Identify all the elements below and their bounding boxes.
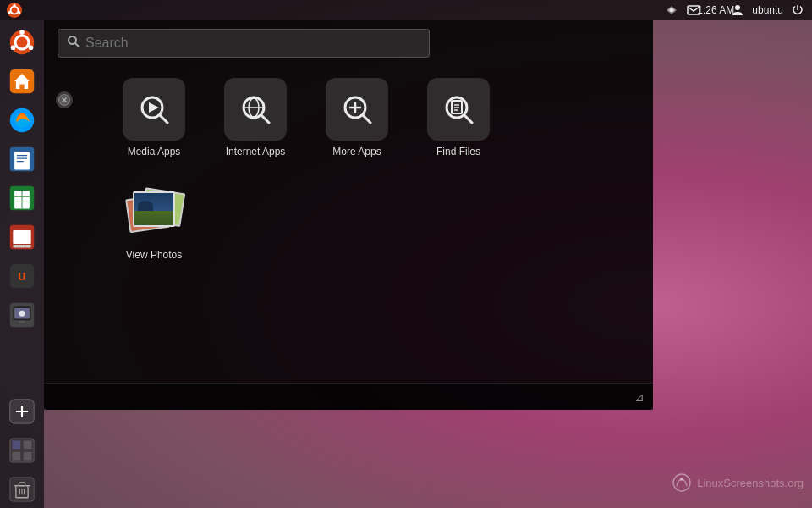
launcher-item-firefox[interactable] xyxy=(3,102,41,139)
launcher: u xyxy=(0,20,44,508)
more-apps-item[interactable]: More Apps xyxy=(315,78,399,157)
resize-handle-icon[interactable]: ⊿ xyxy=(634,390,645,404)
internet-apps-label: Internet Apps xyxy=(226,146,286,157)
svg-rect-17 xyxy=(14,152,30,169)
watermark-text: LinuxScreenshots.org xyxy=(697,477,804,489)
svg-point-76 xyxy=(680,478,683,481)
find-files-item[interactable]: Find Files xyxy=(416,78,501,157)
search-bar xyxy=(44,20,653,64)
internet-apps-item[interactable]: Internet Apps xyxy=(213,78,298,157)
svg-line-59 xyxy=(160,115,167,123)
svg-marker-60 xyxy=(149,102,159,113)
svg-rect-37 xyxy=(19,321,25,323)
svg-rect-44 xyxy=(12,452,20,461)
view-photos-icon xyxy=(123,178,185,240)
svg-point-2 xyxy=(13,4,15,7)
search-box[interactable] xyxy=(58,29,430,58)
svg-line-62 xyxy=(261,115,269,123)
find-files-label: Find Files xyxy=(436,146,480,157)
svg-point-7 xyxy=(735,5,740,10)
launcher-item-ubuntu[interactable] xyxy=(3,24,41,61)
svg-point-36 xyxy=(19,311,25,317)
secondary-apps-grid: View Photos xyxy=(112,178,633,261)
launcher-item-calc[interactable] xyxy=(3,179,41,217)
svg-rect-27 xyxy=(13,230,30,244)
find-files-icon xyxy=(427,78,490,141)
media-apps-item[interactable]: Media Apps xyxy=(112,78,196,157)
username-label[interactable]: ubuntu xyxy=(752,4,783,16)
svg-point-3 xyxy=(18,11,20,14)
svg-rect-29 xyxy=(19,245,25,248)
top-panel-right: 1:26 AM ubuntu xyxy=(664,3,805,18)
svg-rect-30 xyxy=(25,245,31,248)
svg-point-75 xyxy=(673,474,690,491)
svg-rect-28 xyxy=(13,245,19,248)
svg-rect-42 xyxy=(12,440,20,449)
internet-apps-icon xyxy=(224,78,287,141)
main-apps-grid: Media Apps Internet Apps xyxy=(112,78,633,157)
top-panel-left xyxy=(7,3,22,18)
media-apps-label: Media Apps xyxy=(128,146,181,157)
svg-point-11 xyxy=(29,45,34,50)
svg-point-4 xyxy=(8,11,11,14)
time-display[interactable]: 1:26 AM xyxy=(708,3,723,18)
user-icon[interactable] xyxy=(730,3,745,18)
ubuntu-menu-icon[interactable] xyxy=(7,3,22,18)
svg-point-53 xyxy=(69,36,76,44)
svg-line-70 xyxy=(464,115,472,123)
network-icon[interactable] xyxy=(664,3,679,18)
watermark: LinuxScreenshots.org xyxy=(672,472,804,493)
svg-rect-43 xyxy=(24,440,32,449)
more-apps-label: More Apps xyxy=(332,146,381,157)
launcher-item-impress[interactable] xyxy=(3,218,41,256)
launcher-item-ubuntu-one[interactable]: u xyxy=(3,257,41,295)
launcher-item-writer[interactable] xyxy=(3,141,41,178)
svg-rect-45 xyxy=(24,452,32,461)
search-input[interactable] xyxy=(85,36,420,51)
power-icon[interactable] xyxy=(790,3,805,18)
svg-point-10 xyxy=(19,30,25,35)
dash-close-button[interactable] xyxy=(56,91,73,108)
dash-panel: Media Apps Internet Apps xyxy=(44,20,653,410)
more-apps-icon xyxy=(326,78,388,141)
launcher-item-workspace[interactable] xyxy=(3,432,41,469)
launcher-item-add[interactable] xyxy=(3,393,41,430)
search-icon xyxy=(67,35,80,52)
launcher-item-home[interactable] xyxy=(3,63,41,100)
top-panel: 1:26 AM ubuntu xyxy=(0,0,812,20)
dash-bottom-bar: ⊿ xyxy=(44,383,653,410)
view-photos-item[interactable]: View Photos xyxy=(112,178,196,261)
svg-point-5 xyxy=(670,8,673,12)
svg-line-54 xyxy=(75,43,79,47)
launcher-item-trash[interactable] xyxy=(3,471,41,508)
launcher-item-screenshot[interactable] xyxy=(3,296,41,334)
media-apps-icon xyxy=(123,78,185,141)
svg-point-12 xyxy=(11,45,16,50)
svg-text:u: u xyxy=(18,268,26,283)
view-photos-label: View Photos xyxy=(126,249,183,261)
svg-line-66 xyxy=(363,115,370,123)
dash-content: Media Apps Internet Apps xyxy=(44,64,653,383)
